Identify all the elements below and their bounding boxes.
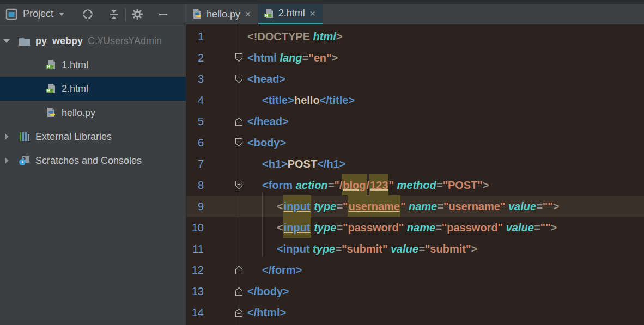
tree-item-2-html[interactable]: H2.html <box>0 77 186 101</box>
fold-guide-line <box>239 24 239 325</box>
line-number: 5 <box>186 111 204 132</box>
line-number: 8 <box>186 175 204 196</box>
code-text: <form action="/blog/123" method="POST"> <box>186 175 489 196</box>
python-file-icon <box>192 9 203 20</box>
code-text: <!DOCTYPE html> <box>186 26 342 47</box>
line-number: 2 <box>186 47 204 69</box>
svg-text:H: H <box>47 89 50 93</box>
tree-indent-spacer <box>2 84 11 93</box>
chevron-right-icon[interactable] <box>2 156 11 165</box>
locate-icon[interactable] <box>81 7 95 21</box>
line-number: 6 <box>186 132 204 154</box>
chevron-down-icon[interactable] <box>2 36 11 45</box>
editor-area: hello.py✕H2.html✕ 1<!DOCTYPE html>2<html… <box>186 4 644 325</box>
code-text: <title>hello</title> <box>186 90 355 111</box>
tree-item-external-libraries[interactable]: External Libraries <box>0 125 186 149</box>
fold-open-icon[interactable] <box>234 74 244 84</box>
tree-item-scratches-and-consoles[interactable]: Scratches and Consoles <box>0 149 186 173</box>
code-line-12[interactable]: 12</form> <box>186 260 644 281</box>
editor-tabbar: hello.py✕H2.html✕ <box>186 4 644 24</box>
line-number: 11 <box>186 238 204 260</box>
editor-lines: 1<!DOCTYPE html>2<html lang="en">3<head>… <box>186 24 644 323</box>
tool-window-icon[interactable] <box>4 7 19 21</box>
fold-open-icon[interactable] <box>234 138 244 148</box>
tree-item-label: External Libraries <box>35 131 112 143</box>
scratches-icon <box>19 155 31 166</box>
editor-tab-hello-py[interactable]: hello.py✕ <box>186 4 258 24</box>
folder-icon <box>19 36 31 46</box>
code-line-14[interactable]: 14</html> <box>186 302 644 323</box>
tree-item-hello-py[interactable]: hello.py <box>0 101 186 125</box>
code-line-7[interactable]: 7<h1>POST</h1> <box>186 154 644 175</box>
fold-close-icon[interactable] <box>234 308 244 317</box>
chevron-right-icon[interactable] <box>2 132 11 141</box>
line-number: 1 <box>186 26 204 47</box>
html-file-icon: H <box>264 8 275 19</box>
svg-text:H: H <box>47 65 50 69</box>
code-text: <h1>POST</h1> <box>186 154 345 175</box>
close-tab-icon[interactable]: ✕ <box>308 9 317 18</box>
window-top-strip <box>0 0 644 4</box>
project-panel-header: Project <box>0 4 186 24</box>
tree-item-label: 1.html <box>62 59 88 71</box>
svg-text:H: H <box>265 13 268 17</box>
hide-panel-icon[interactable] <box>156 7 171 21</box>
fold-close-icon[interactable] <box>234 116 244 126</box>
tree-item-label: hello.py <box>62 107 95 119</box>
panel-title[interactable]: Project <box>23 8 53 20</box>
tree-indent-spacer <box>2 60 11 69</box>
tree-item-py_webpy[interactable]: py_webpyC:¥Users¥Admin <box>0 29 186 53</box>
code-line-1[interactable]: 1<!DOCTYPE html> <box>186 26 644 47</box>
tree-item-label: py_webpy <box>35 35 83 47</box>
tree-indent-spacer <box>2 108 11 117</box>
code-text: <input type="password" name="password" v… <box>186 217 557 238</box>
editor-tab-2-html[interactable]: H2.html✕ <box>258 4 323 24</box>
project-tool-window: Project py_webpyC:¥Users¥AdminH1.htmlH2.… <box>0 4 186 325</box>
code-line-6[interactable]: 6<body> <box>186 132 644 154</box>
line-number: 14 <box>186 302 204 323</box>
tree-item-label: Scratches and Consoles <box>35 155 142 167</box>
code-line-9[interactable]: 9<input type="username" name="username" … <box>186 196 644 217</box>
libraries-icon <box>19 131 31 142</box>
code-line-11[interactable]: 11<input type="submit" value="submit"> <box>186 238 644 260</box>
tab-label: hello.py <box>206 9 240 20</box>
code-line-5[interactable]: 5</head> <box>186 111 644 132</box>
line-number: 13 <box>186 281 204 302</box>
code-text: <input type="submit" value="submit"> <box>186 238 477 260</box>
header-separator <box>125 8 126 21</box>
collapse-all-icon[interactable] <box>107 7 121 21</box>
python-icon <box>46 107 57 118</box>
line-number: 4 <box>186 90 204 111</box>
code-line-13[interactable]: 13</body> <box>186 281 644 302</box>
code-text: <html lang="en"> <box>186 47 338 69</box>
indent-guide-line <box>262 192 263 256</box>
tree-item-path: C:¥Users¥Admin <box>88 35 162 47</box>
line-number: 9 <box>186 196 204 217</box>
project-tree: py_webpyC:¥Users¥AdminH1.htmlH2.htmlhell… <box>0 24 186 173</box>
editor[interactable]: 1<!DOCTYPE html>2<html lang="en">3<head>… <box>186 24 644 325</box>
code-text: <input type="username" name="username" v… <box>186 196 559 217</box>
close-tab-icon[interactable]: ✕ <box>244 10 252 19</box>
code-line-8[interactable]: 8<form action="/blog/123" method="POST"> <box>186 175 644 196</box>
code-line-3[interactable]: 3<head> <box>186 69 644 90</box>
code-line-10[interactable]: 10<input type="password" name="password"… <box>186 217 644 238</box>
line-number: 10 <box>186 217 204 238</box>
html-icon: H <box>46 59 57 70</box>
tab-label: 2.html <box>278 8 305 19</box>
fold-open-icon[interactable] <box>234 53 244 63</box>
line-number: 7 <box>186 154 204 175</box>
line-number: 3 <box>186 69 204 90</box>
html-icon: H <box>46 83 57 94</box>
fold-open-icon[interactable] <box>234 180 244 190</box>
tree-item-label: 2.html <box>62 83 88 95</box>
settings-gear-icon[interactable] <box>130 7 144 21</box>
fold-close-icon[interactable] <box>234 265 244 275</box>
code-line-4[interactable]: 4<title>hello</title> <box>186 90 644 111</box>
tree-item-1-html[interactable]: H1.html <box>0 53 186 77</box>
fold-close-icon[interactable] <box>234 286 244 296</box>
dropdown-caret-icon[interactable] <box>59 13 64 16</box>
code-line-2[interactable]: 2<html lang="en"> <box>186 47 644 69</box>
line-number: 12 <box>186 260 204 281</box>
